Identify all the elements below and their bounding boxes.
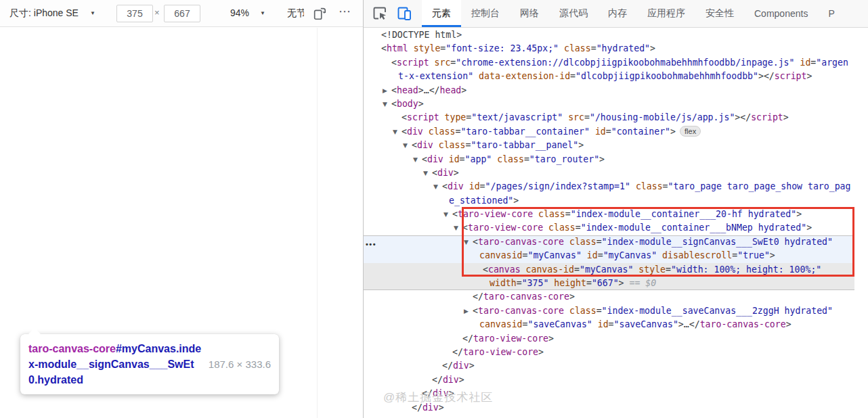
code-token: "font-size: 23.45px;" [446,43,559,53]
collapse-arrow-icon[interactable]: ▼ [383,97,387,111]
tab-控制台[interactable]: 控制台 [461,0,510,27]
dom-tree-node[interactable]: canvasid="myCanvas" id="myCanvas" disabl… [364,249,854,262]
tab-P[interactable]: P [818,0,844,27]
dom-tree-node[interactable]: ▼<div class="taro-tabbar__container" id=… [364,125,868,139]
collapse-arrow-icon[interactable]: ▼ [423,166,428,180]
collapse-arrow-icon[interactable]: ▼ [403,139,408,152]
rotate-icon[interactable] [312,6,327,21]
code-token: class [492,154,524,164]
code-token: class [564,237,596,247]
code-token: class [433,140,466,150]
dom-tree-node[interactable]: ▼<div class="taro-tabbar__panel"> [364,139,868,152]
code-token: > [670,126,676,137]
dom-tree-node[interactable]: ▼<taro-canvas-core class="index-module__… [364,235,854,249]
code-token: taro-view-core [463,347,538,357]
dom-tree-node[interactable]: <!DOCTYPE html> [364,28,868,42]
collapse-arrow-icon[interactable]: ▼ [413,153,418,166]
collapse-arrow-icon[interactable]: ▼ [393,125,397,139]
dom-tree-node[interactable]: ▶<taro-canvas-core class="index-module__… [364,304,868,318]
code-token: src [429,57,451,68]
throttling-selector[interactable]: 无节流 [287,7,304,20]
code-token: div [407,126,423,137]
code-token: = [609,319,614,329]
dom-tree-node[interactable]: </div> [364,373,868,387]
code-token: id [443,154,460,164]
dom-tree-node[interactable]: ▼<div id="app" class="taro_router"> [364,153,868,166]
tab-安全性[interactable]: 安全性 [695,0,744,27]
code-token: > [796,209,802,219]
dom-tree-node[interactable]: </taro-view-core> [364,346,868,359]
code-token: > [459,375,464,385]
dom-tree-node[interactable]: ▼<taro-view-core class="index-module__co… [364,208,868,221]
code-token: > [469,361,475,371]
code-token: taro-canvas-core [478,237,564,247]
code-token: taro-canvas-core [700,319,786,329]
chevron-down-icon[interactable]: ▼ [90,10,95,16]
code-token: style [633,264,666,275]
tab-内存[interactable]: 内存 [598,0,637,27]
tab-Components[interactable]: Components [744,0,818,27]
dom-tree-node[interactable]: <canvas canvas-id="myCanvas" style="widt… [364,263,854,277]
code-token: src [563,112,584,122]
device-size-selector[interactable]: 尺寸: iPhone SE [9,7,79,20]
code-token: head [397,85,418,95]
dom-tree-node[interactable]: <html style="font-size: 23.45px;" class=… [364,42,868,55]
collapse-arrow-icon[interactable]: ▼ [454,221,458,235]
code-token: < [473,306,478,316]
code-token: div [417,140,433,150]
dom-tree-node[interactable]: canvasid="saveCanvas" id="saveCanvas">…<… [364,318,868,331]
code-token: class [533,209,565,219]
tab-源代码[interactable]: 源代码 [549,0,598,27]
more-actions-icon[interactable]: ••• [366,240,376,248]
dom-tree-node[interactable]: ▶<head>…</head> [364,84,868,97]
tab-strip: 元素控制台网络源代码内存应用程序安全性ComponentsP [422,0,845,27]
dom-tree-node[interactable]: ▼<body> [364,97,868,111]
tab-应用程序[interactable]: 应用程序 [637,0,695,27]
code-token: "taro-tabbar__panel" [471,140,578,150]
code-token: "index-module__container___20-hf hydrate… [571,209,796,219]
collapse-arrow-icon[interactable]: ▼ [464,235,469,249]
code-token: id [590,126,606,137]
dom-tree-node[interactable]: </taro-canvas-core> [364,290,868,304]
code-token: t-x-extension" [398,71,473,81]
code-token: ></ [735,112,751,122]
inspect-element-icon[interactable] [372,5,388,22]
tab-网络[interactable]: 网络 [510,0,549,27]
more-options-icon[interactable]: ⋯ [339,4,351,19]
flex-badge[interactable]: flex [680,126,701,137]
tab-元素[interactable]: 元素 [422,0,461,27]
code-token: "saveCanvas" [527,319,592,329]
code-token: type [439,112,466,122]
dom-tree-node[interactable]: </div> [364,359,868,373]
code-token: "myCanvas" [580,264,633,275]
code-token: style [408,43,441,53]
code-token: "dlcobpjiigpikoobohmabehhmhfoodbb" [576,71,758,81]
dom-tree-node[interactable]: ▼<div id="/pages/sign/index?stamp=1" cla… [364,180,868,193]
code-token: "/pages/sign/index?stamp=1" [485,181,630,191]
code-token: = [524,154,529,164]
dom-tree-node[interactable]: ▼<taro-view-core class="index-module__co… [364,221,868,235]
code-token: div [448,181,464,191]
dom-tree-node[interactable]: width="375" height="667"> == $0 [364,277,854,290]
code-token: = [666,264,671,275]
emulated-page-viewport[interactable]: taro-canvas-core#myCanvas.index-module__… [0,28,363,418]
dom-tree-node[interactable]: t-x-extension" data-extension-id="dlcobp… [364,70,868,83]
collapse-arrow-icon[interactable]: ▼ [443,208,448,221]
chevron-down-icon[interactable]: ▼ [260,10,265,16]
expand-arrow-icon[interactable]: ▶ [464,304,469,318]
code-token: class [423,126,456,137]
code-token: id [592,319,609,329]
code-token: < [391,85,397,95]
dom-tree-node[interactable]: <script type="text/javascript" src="/hou… [364,111,868,124]
dom-tree-node[interactable]: <script src="chrome-extension://dlcobpji… [364,56,868,70]
dom-tree-node[interactable]: </taro-view-core> [364,332,868,346]
dom-tree-node[interactable]: e_stationed"> [364,194,868,208]
dom-tree-node[interactable]: ▼<div> [364,166,868,180]
zoom-selector[interactable]: 94% [230,7,249,18]
collapse-arrow-icon[interactable]: ▼ [433,180,438,193]
viewport-height-input[interactable] [164,5,200,22]
code-token: disablescroll [657,250,732,260]
viewport-width-input[interactable] [116,5,153,22]
expand-arrow-icon[interactable]: ▶ [383,84,387,97]
toggle-device-toolbar-icon[interactable] [396,5,412,22]
